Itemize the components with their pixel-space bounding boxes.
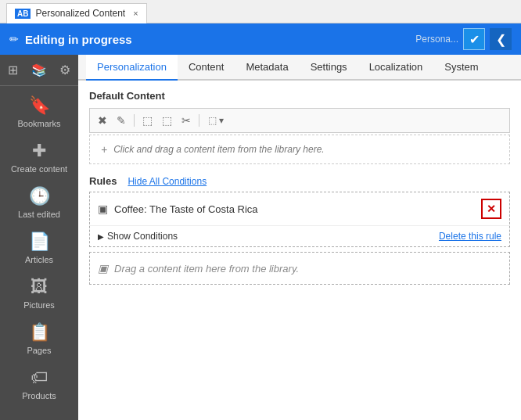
default-content-toolbar: ✖ ✎ ⬚ ⬚ ✂ ⬚ ▾ xyxy=(89,108,510,133)
header-back-button[interactable]: ❮ xyxy=(490,28,512,50)
arrow-right-icon: ▶ xyxy=(98,232,104,241)
tab-label: Personalized Content xyxy=(35,8,125,19)
sidebar-label-articles: Articles xyxy=(25,255,53,264)
rule-close-icon: ✕ xyxy=(487,203,496,215)
articles-icon: 📄 xyxy=(29,232,50,252)
header-bar: ✏ Editing in progress Persona... ✔ ❮ xyxy=(0,23,521,55)
tab-system[interactable]: System xyxy=(433,55,489,81)
sidebar-label-pages: Pages xyxy=(27,346,51,355)
header-check-button[interactable]: ✔ xyxy=(463,28,485,50)
sidebar: ⊞ 📚 ⚙ 🔖 Bookmarks ✚ Create content 🕒 Las… xyxy=(0,55,78,420)
plus-icon: + xyxy=(101,143,107,156)
drag-zone-text: Drag a content item here from the librar… xyxy=(114,263,299,275)
rule-close-button[interactable]: ✕ xyxy=(481,199,501,219)
header-title: Editing in progress xyxy=(25,33,415,46)
edit-pencil-icon: ✏ xyxy=(9,33,19,45)
pages-icon: 📋 xyxy=(29,322,50,343)
check-icon: ✔ xyxy=(469,32,480,47)
rule-header: ▣ Coffee: The Taste of Costa Rica ✕ xyxy=(90,192,509,226)
tab-ab-icon: AB xyxy=(15,9,31,19)
book-icon[interactable]: 📚 xyxy=(26,58,52,82)
rules-title: Rules xyxy=(89,175,117,187)
sidebar-item-products[interactable]: 🏷 Products xyxy=(0,361,78,407)
sidebar-item-last-edited[interactable]: 🕒 Last edited xyxy=(0,180,78,225)
persona-label: Persona... xyxy=(415,34,458,45)
sidebar-item-bookmarks[interactable]: 🔖 Bookmarks xyxy=(0,89,78,135)
rule-footer: ▶ Show Conditions Delete this rule xyxy=(90,226,509,246)
sidebar-item-articles[interactable]: 📄 Articles xyxy=(0,225,78,271)
main-layout: ⊞ 📚 ⚙ 🔖 Bookmarks ✚ Create content 🕒 Las… xyxy=(0,55,521,420)
drag-content-icon: ▣ xyxy=(98,262,108,275)
toolbar-cut-icon[interactable]: ✖ xyxy=(95,112,110,129)
products-icon: 🏷 xyxy=(31,368,48,388)
tab-close-button[interactable]: × xyxy=(133,9,138,18)
tab-localization[interactable]: Localization xyxy=(358,55,434,81)
top-tab-bar: AB Personalized Content × xyxy=(0,0,521,23)
sidebar-top-icons: ⊞ 📚 ⚙ xyxy=(0,58,78,86)
tab-personalization[interactable]: Personalization xyxy=(86,55,178,81)
grid-icon[interactable]: ⊞ xyxy=(0,58,26,82)
toolbar-paste-icon[interactable]: ⬚ xyxy=(159,112,175,129)
default-content-dropzone[interactable]: + Click and drag a content item from the… xyxy=(89,135,510,164)
toolbar-copy-icon[interactable]: ⬚ xyxy=(139,112,156,129)
sidebar-item-pictures[interactable]: 🖼 Pictures xyxy=(0,271,78,316)
back-icon: ❮ xyxy=(496,32,506,47)
sidebar-label-last-edited: Last edited xyxy=(18,210,60,219)
rule-content-icon: ▣ xyxy=(98,203,108,215)
header-right-actions: Persona... ✔ ❮ xyxy=(415,28,512,50)
default-content-title: Default Content xyxy=(89,90,510,102)
toolbar-media-dropdown[interactable]: ⬚ ▾ xyxy=(204,113,228,128)
sidebar-item-pages[interactable]: 📋 Pages xyxy=(0,316,78,361)
tab-content[interactable]: Content xyxy=(178,55,235,81)
tab-settings[interactable]: Settings xyxy=(300,55,358,81)
gear-icon[interactable]: ⚙ xyxy=(52,58,78,82)
last-edited-icon: 🕒 xyxy=(29,186,50,206)
rule-drag-zone[interactable]: ▣ Drag a content item here from the libr… xyxy=(89,252,510,285)
drop-zone-text: Click and drag a content item from the l… xyxy=(113,144,324,155)
rules-header: Rules Hide All Conditions xyxy=(89,175,510,187)
tab-metadata[interactable]: Metadata xyxy=(235,55,299,81)
toolbar-separator-1 xyxy=(134,114,135,127)
sidebar-label-products: Products xyxy=(22,391,56,400)
toolbar-separator-2 xyxy=(199,114,199,127)
content-area: Personalization Content Metadata Setting… xyxy=(78,55,521,420)
rule-title: Coffee: The Taste of Costa Rica xyxy=(114,203,481,215)
show-conditions-label: Show Conditions xyxy=(107,231,178,242)
sidebar-label-pictures: Pictures xyxy=(23,300,55,310)
toolbar-edit-icon[interactable]: ✎ xyxy=(113,112,129,129)
content-body: Default Content ✖ ✎ ⬚ ⬚ ✂ ⬚ ▾ + Click an… xyxy=(78,81,521,420)
sidebar-item-create-content[interactable]: ✚ Create content xyxy=(0,135,78,180)
sidebar-label-create-content: Create content xyxy=(11,164,67,174)
personalized-content-tab[interactable]: AB Personalized Content × xyxy=(6,3,147,23)
toolbar-scissors-icon[interactable]: ✂ xyxy=(178,112,194,129)
bookmarks-icon: 🔖 xyxy=(29,95,50,116)
create-content-icon: ✚ xyxy=(32,141,46,161)
pictures-icon: 🖼 xyxy=(31,277,48,297)
rule-block-1: ▣ Coffee: The Taste of Costa Rica ✕ ▶ Sh… xyxy=(89,192,510,247)
tab-bar: Personalization Content Metadata Setting… xyxy=(78,55,521,81)
hide-all-conditions-link[interactable]: Hide All Conditions xyxy=(128,176,207,187)
show-conditions-button[interactable]: ▶ Show Conditions xyxy=(98,231,178,242)
delete-rule-link[interactable]: Delete this rule xyxy=(439,231,501,242)
sidebar-label-bookmarks: Bookmarks xyxy=(17,119,60,128)
